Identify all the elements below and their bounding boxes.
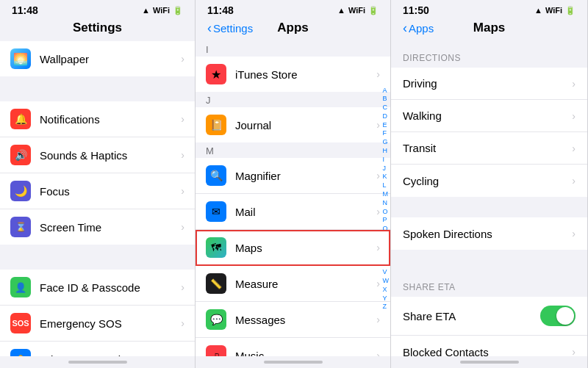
alpha-index: A B C D E F G H I J K L M N O P Q R S T … <box>383 87 390 311</box>
section-i: I <box>196 41 390 57</box>
settings-item-screentime[interactable]: ⌛ Screen Time › <box>0 209 195 245</box>
sounds-icon: 🔊 <box>10 145 31 165</box>
maps-icon: 🗺 <box>206 237 226 258</box>
status-icons-1: ▲ WiFi 🔋 <box>142 6 183 15</box>
home-indicator-2 <box>196 356 390 368</box>
transit-label: Transit <box>403 142 572 154</box>
nav-bar-3: ‹ Apps Maps <box>391 19 587 41</box>
apps-item-magnifier[interactable]: 🔍 Magnifier › <box>196 158 390 194</box>
apps-item-messages[interactable]: 💬 Messages › <box>196 302 390 338</box>
nav-bar-1: Settings <box>0 19 195 41</box>
settings-item-sos[interactable]: SOS Emergency SOS › <box>0 306 195 342</box>
spoken-label: Spoken Directions <box>403 228 572 240</box>
settings-item-focus[interactable]: 🌙 Focus › <box>0 173 195 209</box>
screentime-icon: ⌛ <box>10 217 31 237</box>
apps-list: I ★ iTunes Store › J 📔 Journal › M 🔍 Mag… <box>196 41 390 356</box>
status-bar-2: 11:48 ▲ WiFi 🔋 <box>196 0 390 19</box>
focus-label: Focus <box>40 185 178 198</box>
status-icons-3: ▲ WiFi 🔋 <box>534 6 576 15</box>
section-group-1: 🌅 Wallpaper › <box>0 41 195 76</box>
apps-item-mail[interactable]: ✉ Mail › <box>196 194 390 230</box>
settings-item-sounds[interactable]: 🔊 Sounds & Haptics › <box>0 137 195 173</box>
maps-item-share-eta[interactable]: Share ETA <box>391 297 587 336</box>
maps-panel: 11:50 ▲ WiFi 🔋 ‹ Apps Maps DIRECTIONS Dr… <box>391 0 588 368</box>
itunes-icon: ★ <box>206 64 226 84</box>
section-group-3: 👤 Face ID & Passcode › SOS Emergency SOS… <box>0 270 195 356</box>
apps-item-journal[interactable]: 📔 Journal › <box>196 107 390 142</box>
maps-item-cycling[interactable]: Cycling › <box>391 165 587 197</box>
cycling-label: Cycling <box>403 175 572 187</box>
share-eta-toggle[interactable] <box>540 306 576 326</box>
apps-item-itunes[interactable]: ★ iTunes Store › <box>196 57 390 92</box>
back-button-2[interactable]: ‹ Settings <box>207 21 253 36</box>
directions-section-title: DIRECTIONS <box>391 41 587 68</box>
privacy-icon: 🤚 <box>10 349 31 356</box>
notifications-label: Notifications <box>40 113 178 126</box>
wallpaper-label: Wallpaper <box>40 53 178 65</box>
measure-label: Measure <box>235 278 373 290</box>
sos-icon: SOS <box>10 313 31 333</box>
status-bar-3: 11:50 ▲ WiFi 🔋 <box>391 0 587 19</box>
music-label: Music <box>235 350 373 357</box>
walking-label: Walking <box>403 109 572 122</box>
magnifier-label: Magnifier <box>235 170 373 182</box>
back-button-3[interactable]: ‹ Apps <box>403 21 434 36</box>
section-group-j: 📔 Journal › <box>196 107 390 142</box>
share-eta-group: Share ETA Blocked Contacts › <box>391 297 587 356</box>
time-2: 11:48 <box>207 4 234 16</box>
home-indicator-3 <box>391 356 587 368</box>
mail-label: Mail <box>235 206 373 218</box>
maps-item-walking[interactable]: Walking › <box>391 100 587 132</box>
section-m: M <box>196 142 390 158</box>
time-1: 11:48 <box>12 4 38 16</box>
back-label-3: Apps <box>409 22 434 35</box>
spoken-directions-group: Spoken Directions › <box>391 217 587 250</box>
settings-item-faceid[interactable]: 👤 Face ID & Passcode › <box>0 270 195 306</box>
apps-title: Apps <box>277 21 309 35</box>
maps-item-transit[interactable]: Transit › <box>391 132 587 165</box>
status-bar-1: 11:48 ▲ WiFi 🔋 <box>0 0 195 19</box>
section-group-i: ★ iTunes Store › <box>196 57 390 92</box>
nav-bar-2: ‹ Settings Apps <box>196 19 390 41</box>
sounds-label: Sounds & Haptics <box>40 149 178 162</box>
maps-item-driving[interactable]: Driving › <box>391 68 587 100</box>
maps-title: Maps <box>473 21 505 35</box>
apps-item-measure[interactable]: 📏 Measure › <box>196 266 390 302</box>
sos-label: Emergency SOS <box>40 317 178 330</box>
privacy-label: Privacy & Security <box>40 353 178 357</box>
settings-panel: 11:48 ▲ WiFi 🔋 Settings 🌅 Wallpaper › 🔔 … <box>0 0 196 368</box>
mail-icon: ✉ <box>206 201 226 222</box>
settings-item-notifications[interactable]: 🔔 Notifications › <box>0 101 195 137</box>
notifications-icon: 🔔 <box>10 109 31 129</box>
apps-item-music[interactable]: ♫ Music › <box>196 338 390 356</box>
settings-item-privacy[interactable]: 🤚 Privacy & Security › <box>0 342 195 356</box>
journal-icon: 📔 <box>206 115 226 135</box>
share-eta-label: Share ETA <box>403 310 540 322</box>
directions-group: Driving › Walking › Transit › Cycling › <box>391 68 587 197</box>
maps-label: Maps <box>235 242 373 254</box>
journal-label: Journal <box>235 119 373 131</box>
section-group-m: 🔍 Magnifier › ✉ Mail › 🗺 Maps › 📏 Measur… <box>196 158 390 356</box>
wallpaper-icon: 🌅 <box>10 48 31 69</box>
settings-item-wallpaper[interactable]: 🌅 Wallpaper › <box>0 41 195 76</box>
faceid-label: Face ID & Passcode <box>40 281 178 294</box>
measure-icon: 📏 <box>206 273 226 294</box>
apps-panel: 11:48 ▲ WiFi 🔋 ‹ Settings Apps I ★ iTune… <box>196 0 391 368</box>
share-eta-section-title: SHARE ETA <box>391 270 587 297</box>
settings-list-1: 🌅 Wallpaper › 🔔 Notifications › 🔊 Sounds… <box>0 41 195 356</box>
section-group-2: 🔔 Notifications › 🔊 Sounds & Haptics › 🌙… <box>0 101 195 245</box>
messages-icon: 💬 <box>206 309 226 330</box>
maps-settings-list: DIRECTIONS Driving › Walking › Transit ›… <box>391 41 587 356</box>
section-j: J <box>196 92 390 107</box>
blocked-contacts-label: Blocked Contacts <box>403 346 572 357</box>
maps-item-blocked-contacts[interactable]: Blocked Contacts › <box>391 336 587 356</box>
driving-label: Driving <box>403 77 572 90</box>
itunes-label: iTunes Store <box>235 68 373 81</box>
messages-label: Messages <box>235 314 373 326</box>
maps-item-spoken[interactable]: Spoken Directions › <box>391 217 587 250</box>
status-icons-2: ▲ WiFi 🔋 <box>337 6 379 15</box>
screentime-label: Screen Time <box>40 221 178 234</box>
time-3: 11:50 <box>403 4 429 16</box>
apps-item-maps[interactable]: 🗺 Maps › <box>196 230 390 266</box>
music-icon: ♫ <box>206 345 226 356</box>
